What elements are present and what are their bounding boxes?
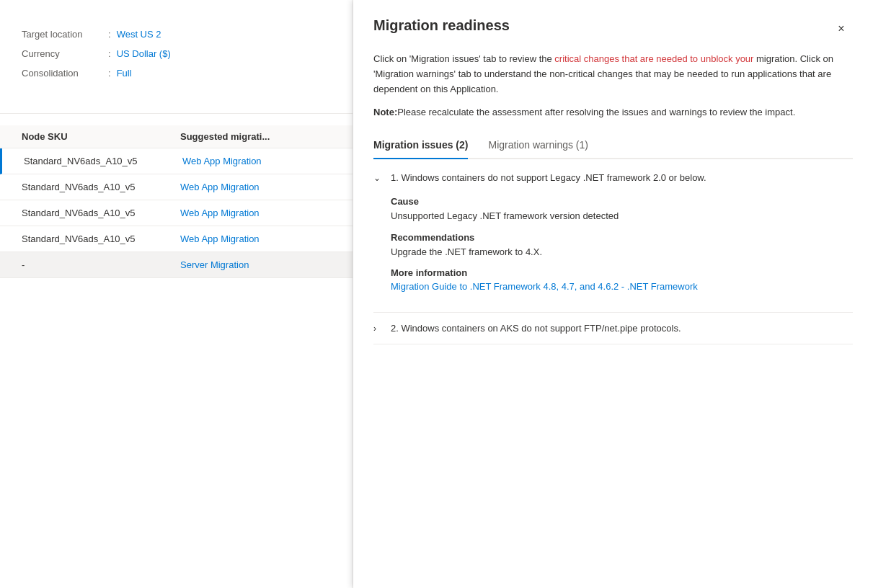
issue-item-2: › 2. Windows containers on AKS do not su… bbox=[373, 313, 853, 344]
issue-item-1: ⌄ 1. Windows containers do not support L… bbox=[373, 162, 853, 313]
node-table: Node SKU Suggested migrati... Standard_N… bbox=[0, 125, 353, 278]
cell-node-sku: Standard_NV6ads_A10_v5 bbox=[22, 208, 180, 218]
close-button[interactable]: × bbox=[830, 17, 853, 40]
target-location-sep: : bbox=[108, 29, 111, 40]
issue-2-title: 2. Windows containers on AKS do not supp… bbox=[391, 323, 681, 334]
target-location-value: West US 2 bbox=[117, 29, 161, 40]
intro-paragraph: Click on 'Migration issues' tab to revie… bbox=[373, 52, 853, 97]
table-row: Standard_NV6ads_A10_v5 Web App Migration bbox=[0, 174, 353, 200]
target-location-row: Target location : West US 2 bbox=[22, 29, 331, 40]
currency-value: US Dollar ($) bbox=[117, 48, 171, 59]
cell-migration[interactable]: Web App Migration bbox=[180, 208, 331, 218]
cell-node-sku: Standard_NV6ads_A10_v5 bbox=[24, 156, 182, 166]
table-header-row: Node SKU Suggested migrati... bbox=[0, 125, 353, 148]
issue-1-title: 1. Windows containers do not support Leg… bbox=[391, 172, 706, 183]
cell-migration[interactable]: Web App Migration bbox=[180, 233, 331, 244]
chevron-right-icon: › bbox=[373, 324, 385, 334]
recommendations-text: Upgrade the .NET framework to 4.X. bbox=[391, 245, 853, 259]
recommendations-section: Recommendations Upgrade the .NET framewo… bbox=[391, 232, 853, 259]
tabs-container: Migration issues (2) Migration warnings … bbox=[373, 132, 853, 159]
intro-note-text: Please recalculate the assessment after … bbox=[397, 107, 795, 117]
chevron-down-icon: ⌄ bbox=[373, 173, 385, 183]
divider bbox=[0, 113, 353, 114]
cell-migration[interactable]: Server Migration bbox=[180, 259, 331, 270]
table-row: Standard_NV6ads_A10_v5 Web App Migration bbox=[0, 226, 353, 252]
issue-1-header[interactable]: ⌄ 1. Windows containers do not support L… bbox=[373, 162, 853, 193]
currency-label: Currency bbox=[22, 48, 108, 59]
cell-node-sku: Standard_NV6ads_A10_v5 bbox=[22, 182, 180, 192]
tab-migration-warnings[interactable]: Migration warnings (1) bbox=[488, 132, 588, 159]
tab-migration-issues[interactable]: Migration issues (2) bbox=[373, 132, 468, 159]
col-header-node-sku: Node SKU bbox=[22, 131, 180, 142]
consolidation-value: Full bbox=[117, 68, 132, 79]
intro-highlight-red: critical changes that are needed to unbl… bbox=[554, 53, 753, 64]
target-location-label: Target location bbox=[22, 29, 108, 40]
consolidation-sep: : bbox=[108, 68, 111, 79]
panel-title: Migration readiness bbox=[373, 17, 510, 34]
issue-2-header[interactable]: › 2. Windows containers on AKS do not su… bbox=[373, 313, 853, 344]
intro-note: Note:Please recalculate the assessment a… bbox=[373, 105, 853, 120]
currency-row: Currency : US Dollar ($) bbox=[22, 48, 331, 59]
migration-readiness-panel: Migration readiness × Click on 'Migratio… bbox=[353, 0, 873, 588]
consolidation-row: Consolidation : Full bbox=[22, 68, 331, 79]
cause-section: Cause Unsupported Legacy .NET framework … bbox=[391, 196, 853, 223]
issues-list: ⌄ 1. Windows containers do not support L… bbox=[373, 162, 853, 344]
table-row: Standard_NV6ads_A10_v5 Web App Migration bbox=[0, 200, 353, 226]
cell-node-sku: - bbox=[22, 259, 180, 270]
panel-header: Migration readiness × bbox=[353, 0, 873, 52]
cell-migration[interactable]: Web App Migration bbox=[182, 156, 331, 166]
table-body: Standard_NV6ads_A10_v5 Web App Migration… bbox=[0, 148, 353, 278]
cause-label: Cause bbox=[391, 196, 853, 207]
cause-text: Unsupported Legacy .NET framework versio… bbox=[391, 209, 853, 223]
cell-migration[interactable]: Web App Migration bbox=[180, 182, 331, 192]
recommendations-label: Recommendations bbox=[391, 232, 853, 243]
left-panel: Target location : West US 2 Currency : U… bbox=[0, 0, 353, 588]
table-row: - Server Migration bbox=[0, 252, 353, 278]
table-row: Standard_NV6ads_A10_v5 Web App Migration bbox=[0, 148, 353, 174]
intro-text-1: Click on 'Migration issues' tab to revie… bbox=[373, 53, 554, 64]
intro-note-label: Note: bbox=[373, 107, 397, 117]
consolidation-label: Consolidation bbox=[22, 68, 108, 79]
panel-body: Click on 'Migration issues' tab to revie… bbox=[353, 52, 873, 588]
issue-1-body: Cause Unsupported Legacy .NET framework … bbox=[373, 193, 853, 312]
more-info-section: More information Migration Guide to .NET… bbox=[391, 267, 853, 292]
left-info-section: Target location : West US 2 Currency : U… bbox=[0, 0, 353, 102]
cell-node-sku: Standard_NV6ads_A10_v5 bbox=[22, 233, 180, 244]
currency-sep: : bbox=[108, 48, 111, 59]
more-info-label: More information bbox=[391, 267, 853, 278]
more-info-link[interactable]: Migration Guide to .NET Framework 4.8, 4… bbox=[391, 281, 698, 292]
col-header-migration: Suggested migrati... bbox=[180, 131, 331, 142]
